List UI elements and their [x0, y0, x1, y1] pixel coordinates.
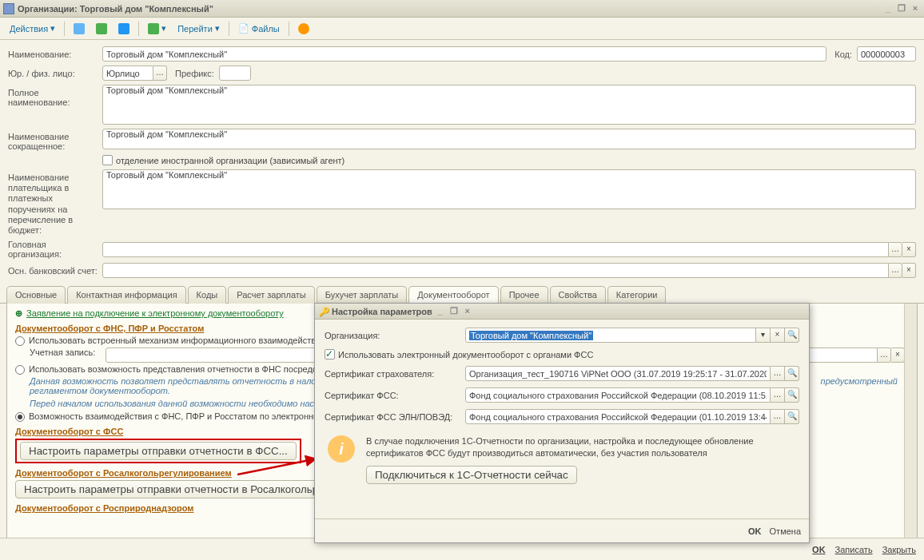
radio-builtin-label: Использовать встроенный механизм информа… [29, 336, 325, 345]
account-select-button[interactable]: … [878, 348, 891, 363]
cert3-search[interactable]: 🔍 [785, 409, 799, 424]
tool-icon-2[interactable] [91, 21, 112, 37]
dialog-bottom: OK Отмена [315, 518, 809, 542]
prefix-input[interactable] [219, 66, 251, 81]
dialog-minimize[interactable]: _ [435, 306, 446, 317]
window-title: Организации: Торговый дом "Комплексный" [18, 4, 213, 14]
configure-fss-button[interactable]: Настроить параметры отправки отчетности … [20, 442, 297, 460]
cert2-input[interactable] [465, 387, 771, 403]
head-label: Головная организация: [8, 240, 102, 259]
tab-main[interactable]: Основные [6, 286, 66, 304]
info-text: В случае подключения 1С-Отчетности по ор… [366, 435, 796, 459]
type-input[interactable] [102, 66, 153, 81]
dialog-ok-button[interactable]: OK [748, 526, 762, 536]
radio-represent-label: Использовать возможность представления о… [29, 364, 337, 374]
shortname-label: Наименование сокращенное: [8, 129, 102, 151]
tab-accounting[interactable]: Бухучет зарплаты [317, 286, 408, 304]
settings-dialog: 🔑 Настройка параметров _ ❐ × Организация… [314, 303, 810, 543]
toolbar: Действия ▾ ▾ Перейти ▾ 📄 Файлы [0, 18, 924, 40]
tool-icon-4[interactable]: ▾ [143, 21, 171, 37]
save-button[interactable]: Записать [835, 545, 873, 554]
titlebar: Организации: Торговый дом "Комплексный" … [0, 0, 924, 18]
dialog-close[interactable]: × [462, 306, 473, 317]
help-icon[interactable] [293, 21, 314, 37]
dialog-titlebar: 🔑 Настройка параметров _ ❐ × [315, 304, 809, 320]
type-label: Юр. / физ. лицо: [8, 69, 102, 78]
close-button[interactable]: × [910, 3, 921, 14]
main-close-button[interactable]: Закрыть [882, 545, 916, 554]
fullname-input[interactable]: Торговый дом "Комплексный" [102, 85, 916, 125]
dlg-org-label: Организация: [325, 331, 465, 340]
dialog-cancel-button[interactable]: Отмена [770, 526, 801, 536]
code-label: Код: [834, 50, 857, 59]
goto-menu[interactable]: Перейти ▾ [173, 21, 225, 36]
foreign-checkbox[interactable] [102, 155, 113, 165]
cert2-label: Сертификат ФСС: [325, 391, 465, 400]
tool-icon-3[interactable] [114, 21, 134, 37]
foreign-label: отделение иностранной организации (завис… [116, 156, 345, 165]
dialog-maximize[interactable]: ❐ [448, 306, 460, 317]
shortname-input[interactable]: Торговый дом "Комплексный" [102, 129, 916, 149]
dlg-org-search[interactable]: 🔍 [785, 328, 799, 343]
cert2-search[interactable]: 🔍 [785, 387, 799, 403]
bank-select-button[interactable]: … [889, 263, 902, 278]
dialog-title: Настройка параметров [332, 307, 432, 316]
tabs: Основные Контактная информация Коды Расч… [0, 285, 924, 304]
payer-label: Наименование плательщика в платежных пор… [8, 169, 102, 236]
dlg-org-dropdown[interactable]: ▾ [756, 328, 771, 343]
dlg-org-input[interactable]: Торговый дом "Комплексный" [465, 328, 756, 343]
cert3-label: Сертификат ФСС ЭЛН/ПОВЭД: [325, 412, 465, 422]
add-icon: ⊕ [15, 308, 22, 318]
name-input[interactable] [102, 46, 826, 62]
type-select-button[interactable]: … [153, 66, 167, 81]
head-clear-button[interactable]: × [902, 242, 916, 257]
account-label: Учетная запись: [30, 348, 102, 357]
form-area: Наименование: Код: Юр. / физ. лицо: … Пр… [0, 40, 924, 285]
bank-clear-button[interactable]: × [902, 263, 916, 278]
maximize-button[interactable]: ❐ [896, 3, 907, 14]
tool-icon-1[interactable] [69, 21, 90, 37]
code-input[interactable] [857, 46, 916, 62]
radio-builtin[interactable] [15, 336, 25, 346]
connect-button[interactable]: Подключиться к 1С-Отчетности сейчас [366, 466, 577, 484]
tab-contact[interactable]: Контактная информация [67, 286, 185, 304]
info-icon: i [328, 435, 355, 463]
tab-codes[interactable]: Коды [188, 286, 227, 304]
head-select-button[interactable]: … [889, 242, 902, 257]
scrollbar[interactable] [904, 304, 917, 544]
head-input[interactable] [102, 242, 889, 257]
files-button[interactable]: 📄 Файлы [233, 21, 285, 36]
cert1-select[interactable]: … [771, 366, 785, 381]
fullname-label: Полное наименование: [8, 85, 102, 107]
cert1-label: Сертификат страхователя: [325, 369, 465, 379]
cert1-search[interactable]: 🔍 [785, 366, 799, 381]
account-clear-button[interactable]: × [891, 348, 905, 363]
application-link[interactable]: Заявление на подключение к электронному … [26, 308, 284, 318]
radio-interaction-label: Возможность взаимодействия с ФНС, ПФР и … [29, 411, 326, 421]
dlg-use-checkbox[interactable] [325, 349, 335, 359]
cert3-select[interactable]: … [771, 409, 785, 424]
tab-salary[interactable]: Расчет зарплаты [228, 286, 315, 304]
tab-properties[interactable]: Свойства [550, 286, 606, 304]
app-icon [3, 3, 14, 14]
key-icon: 🔑 [319, 307, 329, 316]
payer-input[interactable]: Торговый дом "Комплексный" [102, 169, 916, 209]
dlg-org-clear[interactable]: × [771, 328, 785, 343]
minimize-button[interactable]: _ [882, 3, 894, 14]
bank-input[interactable] [102, 263, 889, 278]
cert1-input[interactable] [465, 366, 771, 381]
name-label: Наименование: [8, 50, 102, 59]
actions-menu[interactable]: Действия ▾ [5, 21, 60, 36]
dlg-use-label: Использовать электронный документооборот… [338, 350, 593, 359]
radio-interaction[interactable] [15, 412, 25, 422]
tab-other[interactable]: Прочее [500, 286, 548, 304]
cert2-select[interactable]: … [771, 387, 785, 403]
bank-label: Осн. банковский счет: [8, 266, 102, 276]
main-ok-button[interactable]: OK [812, 545, 826, 554]
prefix-label: Префикс: [175, 69, 219, 78]
cert3-input[interactable] [465, 409, 771, 424]
radio-represent[interactable] [15, 365, 25, 375]
tab-docflow[interactable]: Документооборот [408, 286, 498, 304]
highlight-frame: Настроить параметры отправки отчетности … [15, 439, 301, 463]
tab-categories[interactable]: Категории [607, 286, 667, 304]
